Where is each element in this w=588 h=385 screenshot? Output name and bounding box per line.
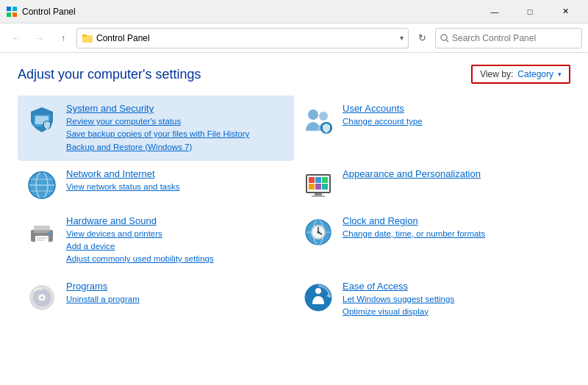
close-button[interactable]: ✕: [548, 0, 582, 24]
category-clock[interactable]: Clock and Region Change date, time, or n…: [294, 208, 570, 273]
programs-content: Programs Uninstall a program: [66, 281, 285, 306]
page-header: Adjust your computer's settings View by:…: [18, 65, 570, 84]
svg-point-36: [47, 231, 50, 234]
system-security-title[interactable]: System and Security: [66, 103, 285, 114]
svg-line-7: [446, 40, 448, 42]
category-hardware[interactable]: Hardware and Sound View devices and prin…: [18, 208, 294, 273]
svg-rect-22: [309, 177, 315, 183]
category-user-accounts[interactable]: User Accounts Change account type: [294, 96, 570, 161]
hardware-sub-3[interactable]: Adjust commonly used mobility settings: [66, 253, 285, 265]
clock-title[interactable]: Clock and Region: [343, 215, 562, 226]
user-accounts-title[interactable]: User Accounts: [343, 103, 562, 114]
clock-sub-1[interactable]: Change date, time, or number formats: [343, 228, 562, 240]
viewby-arrow[interactable]: ▾: [558, 71, 562, 78]
network-content: Network and Internet View network status…: [66, 168, 285, 193]
svg-rect-27: [322, 184, 328, 190]
window-title: Control Panel: [22, 7, 478, 17]
svg-rect-0: [7, 7, 11, 11]
system-security-sub-3[interactable]: Backup and Restore (Windows 7): [66, 141, 285, 154]
svg-point-12: [319, 112, 328, 120]
network-icon: [26, 170, 57, 201]
category-system-security[interactable]: System and Security Review your computer…: [18, 96, 294, 161]
svg-point-11: [308, 109, 318, 120]
svg-rect-26: [315, 184, 321, 190]
svg-rect-29: [312, 195, 325, 197]
ease-title[interactable]: Ease of Access: [343, 281, 562, 292]
address-dropdown-arrow[interactable]: ▾: [400, 34, 404, 42]
user-accounts-content: User Accounts Change account type: [343, 103, 562, 128]
ease-sub-2[interactable]: Optimize visual display: [343, 306, 562, 318]
category-appearance[interactable]: Appearance and Personalization: [294, 161, 570, 208]
programs-title[interactable]: Programs: [66, 281, 285, 292]
svg-point-52: [315, 288, 321, 294]
titlebar: Control Panel — □ ✕: [0, 0, 588, 24]
viewby-value[interactable]: Category: [517, 69, 553, 79]
svg-rect-32: [34, 226, 50, 230]
svg-rect-34: [37, 237, 47, 239]
svg-point-6: [441, 35, 447, 40]
categories-grid: System and Security Review your computer…: [18, 96, 570, 325]
ease-content: Ease of Access Let Windows suggest setti…: [343, 281, 562, 319]
forward-button[interactable]: →: [29, 28, 50, 48]
back-button[interactable]: ←: [6, 28, 26, 48]
viewby-control[interactable]: View by: Category ▾: [471, 65, 570, 84]
ease-icon: [303, 282, 334, 313]
appearance-title[interactable]: Appearance and Personalization: [343, 168, 562, 179]
svg-rect-3: [12, 12, 17, 17]
svg-rect-1: [12, 7, 17, 11]
svg-point-45: [318, 231, 320, 233]
window-controls: — □ ✕: [478, 0, 582, 24]
appearance-icon: [303, 170, 334, 201]
page-title: Adjust your computer's settings: [18, 67, 201, 82]
svg-rect-5: [82, 35, 87, 37]
svg-rect-23: [315, 177, 321, 183]
addressbar: ← → ↑ Control Panel ▾ ↻: [0, 24, 588, 53]
category-programs[interactable]: Programs Uninstall a program: [18, 273, 294, 326]
up-button[interactable]: ↑: [53, 28, 74, 48]
appearance-content: Appearance and Personalization: [343, 168, 562, 181]
hardware-icon: [26, 217, 57, 248]
search-input[interactable]: [452, 33, 577, 43]
folder-icon: [82, 32, 93, 44]
search-box[interactable]: [435, 28, 582, 48]
hardware-sub-2[interactable]: Add a device: [66, 240, 285, 253]
ease-sub-1[interactable]: Let Windows suggest settings: [343, 293, 562, 306]
search-icon: [440, 34, 449, 43]
svg-point-50: [41, 296, 43, 298]
viewby-label: View by:: [480, 69, 513, 79]
hardware-title[interactable]: Hardware and Sound: [66, 215, 285, 226]
svg-rect-35: [37, 240, 44, 241]
programs-icon: [26, 282, 57, 313]
svg-rect-2: [7, 12, 11, 17]
clock-icon: [303, 217, 334, 248]
system-security-sub-2[interactable]: Save backup copies of your files with Fi…: [66, 128, 285, 140]
category-ease[interactable]: Ease of Access Let Windows suggest setti…: [294, 273, 570, 326]
system-security-content: System and Security Review your computer…: [66, 103, 285, 154]
network-sub-1[interactable]: View network status and tasks: [66, 181, 285, 193]
refresh-button[interactable]: ↻: [412, 28, 432, 48]
svg-rect-25: [309, 184, 315, 190]
maximize-button[interactable]: □: [513, 0, 547, 24]
programs-sub-1[interactable]: Uninstall a program: [66, 293, 285, 306]
hardware-content: Hardware and Sound View devices and prin…: [66, 215, 285, 266]
address-bar-input[interactable]: Control Panel ▾: [76, 28, 409, 48]
system-security-icon: [26, 104, 57, 135]
user-accounts-sub-1[interactable]: Change account type: [343, 115, 562, 128]
user-accounts-icon: [303, 104, 334, 135]
hardware-sub-1[interactable]: View devices and printers: [66, 228, 285, 240]
network-title[interactable]: Network and Internet: [66, 168, 285, 179]
address-text: Control Panel: [96, 33, 397, 43]
titlebar-app-icon: [6, 6, 18, 18]
svg-rect-33: [35, 236, 49, 242]
minimize-button[interactable]: —: [478, 0, 512, 24]
category-network[interactable]: Network and Internet View network status…: [18, 161, 294, 208]
clock-content: Clock and Region Change date, time, or n…: [343, 215, 562, 240]
svg-rect-24: [322, 177, 328, 183]
system-security-sub-1[interactable]: Review your computer's status: [66, 115, 285, 128]
main-content: Adjust your computer's settings View by:…: [0, 53, 588, 337]
